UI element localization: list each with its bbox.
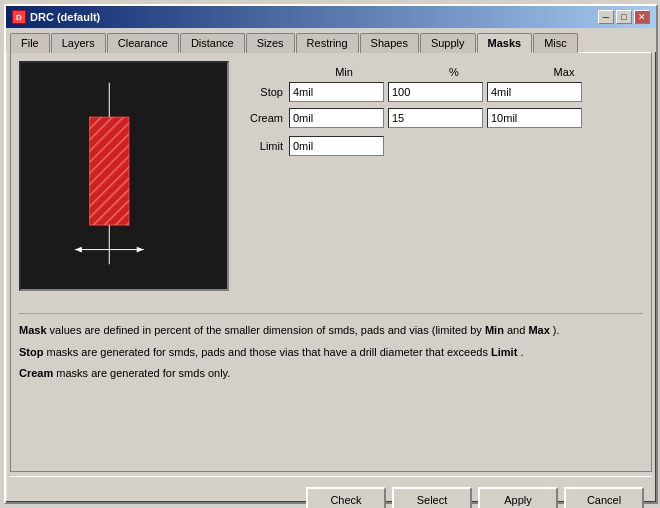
tab-layers[interactable]: Layers — [51, 33, 106, 53]
close-button[interactable]: ✕ — [634, 10, 650, 24]
title-buttons: ─ □ ✕ — [598, 10, 650, 24]
svg-rect-3 — [90, 117, 129, 225]
apply-button[interactable]: Apply — [478, 487, 558, 508]
tab-distance[interactable]: Distance — [180, 33, 245, 53]
preview-box — [19, 61, 229, 291]
window-icon: D — [12, 10, 26, 24]
desc-stop-bold: Stop — [19, 346, 43, 358]
limit-label: Limit — [239, 140, 289, 152]
cream-row: Cream — [239, 108, 643, 128]
stop-label: Stop — [239, 86, 289, 98]
form-headers: Min % Max — [289, 66, 643, 78]
limit-row: Limit — [239, 136, 643, 156]
desc-max-bold: Max — [528, 324, 549, 336]
desc-period: . — [520, 346, 523, 358]
desc-line1: Mask values are defined in percent of th… — [19, 322, 643, 340]
maximize-button[interactable]: □ — [616, 10, 632, 24]
desc-line1-text: values are defined in percent of the sma… — [50, 324, 485, 336]
tab-sizes[interactable]: Sizes — [246, 33, 295, 53]
select-button[interactable]: Select — [392, 487, 472, 508]
tab-restring[interactable]: Restring — [296, 33, 359, 53]
cream-max-input[interactable] — [487, 108, 582, 128]
desc-cream-bold: Cream — [19, 367, 53, 379]
description-area: Mask values are defined in percent of th… — [19, 313, 643, 383]
minimize-button[interactable]: ─ — [598, 10, 614, 24]
tabs-bar: File Layers Clearance Distance Sizes Res… — [6, 28, 656, 52]
tab-misc[interactable]: Misc — [533, 33, 578, 53]
cream-pct-input[interactable] — [388, 108, 483, 128]
tab-clearance[interactable]: Clearance — [107, 33, 179, 53]
tab-supply[interactable]: Supply — [420, 33, 476, 53]
desc-min-bold: Min — [485, 324, 504, 336]
check-button[interactable]: Check — [306, 487, 386, 508]
cream-min-input[interactable] — [289, 108, 384, 128]
desc-mask-bold: Mask — [19, 324, 47, 336]
desc-line3: Cream masks are generated for smds only. — [19, 365, 643, 383]
header-max: Max — [509, 66, 619, 78]
bottom-bar: Check Select Apply Cancel — [10, 481, 652, 508]
window-title: DRC (default) — [30, 11, 100, 23]
stop-min-input[interactable] — [289, 82, 384, 102]
main-row: Min % Max Stop Cream — [19, 61, 643, 301]
desc-limit-bold: Limit — [491, 346, 517, 358]
tab-file[interactable]: File — [10, 33, 50, 53]
stop-pct-input[interactable] — [388, 82, 483, 102]
form-panel: Min % Max Stop Cream — [239, 61, 643, 301]
stop-max-input[interactable] — [487, 82, 582, 102]
desc-paren: ). — [553, 324, 560, 336]
header-pct: % — [399, 66, 509, 78]
tab-shapes[interactable]: Shapes — [360, 33, 419, 53]
title-bar: D DRC (default) ─ □ ✕ — [6, 6, 656, 28]
desc-and: and — [507, 324, 528, 336]
desc-line2: Stop masks are generated for smds, pads … — [19, 344, 643, 362]
tab-masks[interactable]: Masks — [477, 33, 533, 53]
content-area: Min % Max Stop Cream — [10, 52, 652, 472]
desc-line3-text: masks are generated for smds only. — [56, 367, 230, 379]
stop-row: Stop — [239, 82, 643, 102]
limit-input[interactable] — [289, 136, 384, 156]
header-min: Min — [289, 66, 399, 78]
cream-label: Cream — [239, 112, 289, 124]
separator — [10, 476, 652, 477]
desc-line2-text: masks are generated for smds, pads and t… — [47, 346, 492, 358]
cancel-button[interactable]: Cancel — [564, 487, 644, 508]
